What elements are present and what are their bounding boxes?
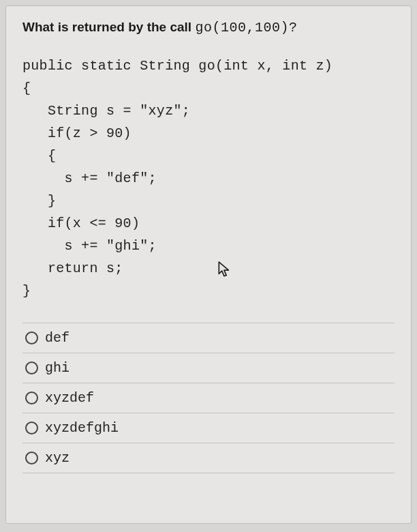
answer-option[interactable]: xyz xyxy=(22,443,395,473)
radio-icon xyxy=(25,331,38,344)
radio-icon xyxy=(25,422,38,434)
option-label: xyz xyxy=(45,450,70,466)
radio-icon xyxy=(25,361,38,374)
option-label: def xyxy=(45,330,70,346)
answer-option[interactable]: xyzdefghi xyxy=(22,413,395,443)
question-suffix: ? xyxy=(289,20,298,35)
question-call-code: go(100,100) xyxy=(195,20,289,35)
radio-icon xyxy=(25,391,38,404)
answer-option[interactable]: def xyxy=(22,323,395,353)
question-prompt: What is returned by the call go(100,100)… xyxy=(22,20,395,35)
option-label: xyzdefghi xyxy=(45,420,119,436)
code-block: public static String go(int x, int z) { … xyxy=(22,55,395,302)
question-card: What is returned by the call go(100,100)… xyxy=(5,5,412,524)
option-label: xyzdef xyxy=(45,390,94,406)
answer-option[interactable]: xyzdef xyxy=(22,383,395,413)
answer-option[interactable]: ghi xyxy=(22,353,395,383)
option-label: ghi xyxy=(45,360,70,376)
question-prefix: What is returned by the call xyxy=(22,20,195,34)
answer-options: def ghi xyzdef xyzdefghi xyz xyxy=(22,323,395,473)
radio-icon xyxy=(25,452,38,464)
